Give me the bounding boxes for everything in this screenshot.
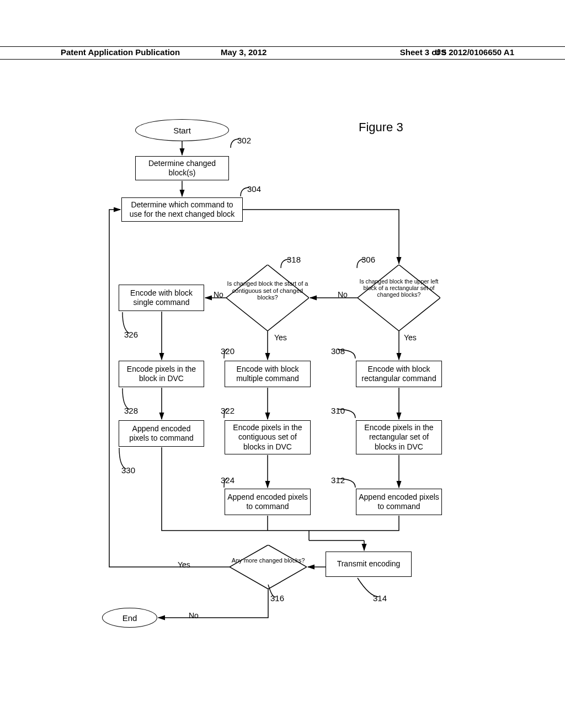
svg-marker-2	[230, 545, 307, 589]
callout-314	[380, 578, 396, 600]
node-308: Encode with block rectangular command	[356, 361, 442, 387]
callout-324	[228, 472, 245, 489]
callout-322	[228, 403, 245, 419]
callout-326	[122, 312, 139, 334]
header-number: US 2012/0106650 A1	[435, 47, 514, 57]
edge-318-yes: Yes	[273, 333, 288, 342]
callout-306	[371, 253, 387, 269]
edge-306-yes: Yes	[403, 333, 418, 342]
callout-316	[275, 585, 291, 601]
edge-306-no: No	[337, 290, 349, 299]
node-324: Append encoded pixels to command	[225, 489, 311, 515]
edge-316-yes: Yes	[177, 560, 191, 569]
node-322: Encode pixels in the contiguous set of b…	[225, 420, 311, 454]
callout-302	[230, 132, 246, 149]
node-328: Encode pixels in the block in DVC	[119, 361, 204, 387]
node-314: Transmit encoding	[326, 552, 412, 577]
node-306-text: Is changed block the upper left block of…	[359, 278, 438, 298]
node-312-text: Append encoded pixels to command	[359, 493, 439, 512]
node-310-text: Encode pixels in the rectangular set of …	[359, 423, 439, 452]
node-end: End	[102, 608, 157, 628]
callout-318	[280, 253, 296, 269]
node-302: Determine changed block(s)	[135, 156, 229, 180]
header-date: May 3, 2012	[221, 47, 266, 57]
figure-title: Figure 3	[359, 120, 403, 135]
node-318-text: Is changed block the start of a contiguo…	[227, 280, 308, 301]
node-302-text: Determine changed block(s)	[138, 159, 226, 178]
node-316: Any more changed blocks?	[230, 545, 307, 589]
node-328-text: Encode pixels in the block in DVC	[121, 365, 201, 384]
page-header: Patent Application Publication May 3, 20…	[0, 46, 565, 60]
node-start-text: Start	[173, 126, 191, 135]
node-324-text: Append encoded pixels to command	[227, 493, 308, 512]
node-314-text: Transmit encoding	[337, 559, 401, 569]
callout-310	[339, 403, 355, 419]
node-304: Determine which command to use for the n…	[121, 197, 243, 222]
node-318: Is changed block the start of a contiguo…	[226, 265, 309, 331]
node-322-text: Encode pixels in the contiguous set of b…	[227, 423, 308, 452]
callout-312	[339, 472, 355, 489]
node-320-text: Encode with block multiple command	[227, 365, 308, 384]
callout-328	[122, 388, 139, 410]
node-326: Encode with block single command	[119, 285, 204, 311]
node-330: Append encoded pixels to command	[119, 420, 204, 447]
callout-304	[239, 181, 256, 197]
callout-308	[339, 343, 355, 360]
header-publication: Patent Application Publication	[61, 47, 180, 57]
node-start: Start	[135, 119, 229, 141]
callout-330	[119, 448, 136, 470]
node-304-text: Determine which command to use for the n…	[124, 200, 240, 220]
edge-316-no: No	[188, 611, 200, 620]
node-310: Encode pixels in the rectangular set of …	[356, 420, 442, 454]
edge-318-no: No	[212, 290, 225, 299]
node-326-text: Encode with block single command	[121, 288, 201, 308]
node-316-text: Any more changed blocks?	[232, 557, 305, 564]
node-306: Is changed block the upper left block of…	[358, 265, 440, 331]
node-end-text: End	[122, 613, 137, 623]
node-330-text: Append encoded pixels to command	[121, 424, 201, 443]
node-308-text: Encode with block rectangular command	[359, 365, 439, 384]
node-320: Encode with block multiple command	[225, 361, 311, 387]
callout-320	[228, 343, 245, 360]
node-312: Append encoded pixels to command	[356, 489, 442, 515]
